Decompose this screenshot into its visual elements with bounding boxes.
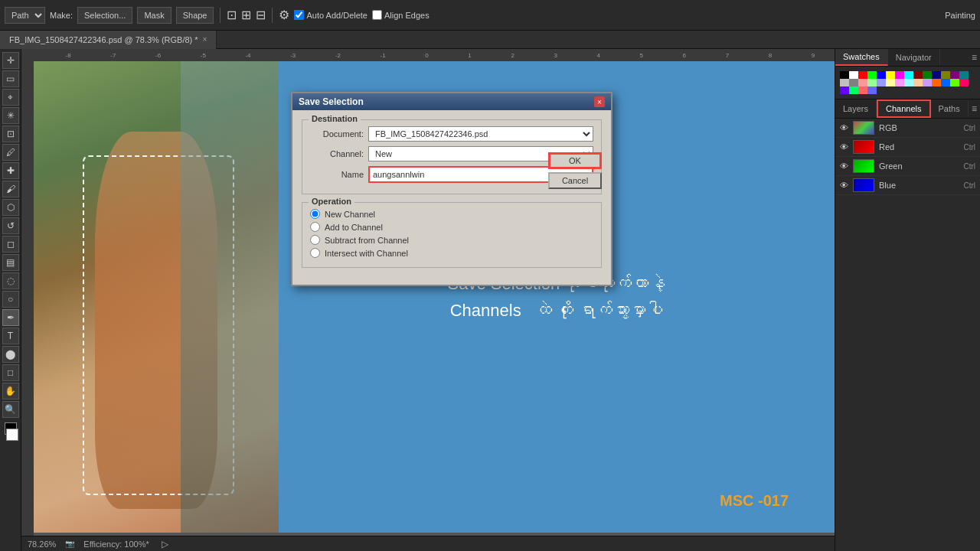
swatch-color[interactable] [840,86,849,94]
zoom-tool[interactable]: 🔍 [2,401,19,418]
dodge-tool[interactable]: ○ [2,291,19,308]
channel-row[interactable]: 👁 Blue Ctrl [835,176,980,195]
heal-tool[interactable]: ✚ [2,162,19,179]
auto-add-input[interactable] [294,10,304,20]
align-icon[interactable]: ⊞ [241,8,251,22]
auto-add-label: Auto Add/Delete [306,11,368,20]
settings-icon[interactable]: ⚙ [279,8,289,22]
swatch-color[interactable] [959,71,969,79]
lasso-tool[interactable]: ⌖ [2,89,19,106]
swatch-color[interactable] [867,71,877,79]
tab-close-btn[interactable]: × [203,35,207,44]
swatch-color[interactable] [840,71,849,79]
selection-button[interactable]: Selection... [77,7,132,24]
channel-row[interactable]: 👁 Red Ctrl [835,138,980,157]
swatch-color[interactable] [923,79,932,86]
swatch-color[interactable] [904,79,913,86]
crop-tool[interactable]: ⊡ [2,126,19,142]
brush-tool[interactable]: 🖌 [2,181,19,197]
swatch-color[interactable] [877,71,886,79]
layers-tab[interactable]: Layers [835,101,877,116]
paths-tab[interactable]: Paths [931,101,969,116]
swatch-color[interactable] [849,71,858,79]
swatch-color[interactable] [959,79,969,86]
swatch-color[interactable] [858,86,867,94]
cancel-button[interactable]: Cancel [548,172,602,189]
select-tool[interactable]: ▭ [2,70,19,87]
swatch-color[interactable] [867,79,877,86]
background-color[interactable] [6,429,18,441]
shape-button[interactable]: Shape [176,7,214,24]
magic-wand-tool[interactable]: ✳ [2,107,19,124]
move-tool[interactable]: ✛ [2,52,19,69]
swatch-color[interactable] [849,86,858,94]
ok-button[interactable]: OK [548,152,602,169]
swatch-color[interactable] [886,79,895,86]
swatch-color[interactable] [941,71,950,79]
eraser-tool[interactable]: ◻ [2,236,19,253]
swatch-color[interactable] [895,79,904,86]
swatches-tab[interactable]: Swatches [835,49,888,66]
channel-row[interactable]: 👁 RGB Ctrl [835,119,980,138]
path-select[interactable]: Path [5,7,45,24]
history-tool[interactable]: ↺ [2,217,19,234]
dialog-close-btn[interactable]: × [594,96,605,107]
swatch-color[interactable] [913,71,923,79]
channels-options-btn[interactable]: ≡ [969,102,980,116]
align-edges-input[interactable] [372,10,382,20]
text-tool[interactable]: T [2,328,19,344]
dialog-body: Destination Document: FB_IMG_15084274223… [292,110,611,285]
path-selector: Path [5,7,45,24]
left-tools-panel: ✛ ▭ ⌖ ✳ ⊡ 🖊 ✚ 🖌 ⬡ ↺ ◻ ▤ ◌ ○ ✒ T ⬤ □ ✋ 🔍 [0,49,21,551]
pen-tool[interactable]: ✒ [2,309,19,326]
transform-icon[interactable]: ⊡ [227,8,237,22]
path-select-tool[interactable]: ⬤ [2,346,19,363]
channel-thumbnail [853,159,874,173]
subtract-channel-radio[interactable] [310,235,320,245]
swatch-color[interactable] [895,71,904,79]
swatch-color[interactable] [840,79,849,86]
hand-tool[interactable]: ✋ [2,383,19,399]
swatch-color[interactable] [877,79,886,86]
swatch-color[interactable] [950,71,959,79]
channel-visibility-icon[interactable]: 👁 [840,181,848,190]
swatch-color[interactable] [950,79,959,86]
swatch-color[interactable] [923,71,932,79]
swatch-color[interactable] [932,79,941,86]
swatches-area [835,67,980,99]
swatch-color[interactable] [904,71,913,79]
channel-name: Red [879,142,959,152]
swatch-color[interactable] [932,71,941,79]
swatch-color[interactable] [849,79,858,86]
channel-row[interactable]: 👁 Green Ctrl [835,157,980,176]
swatch-color[interactable] [858,71,867,79]
channels-tab[interactable]: Channels [877,99,930,118]
swatch-color[interactable] [886,71,895,79]
channel-thumbnail [853,140,874,154]
distribute-icon[interactable]: ⊟ [256,8,266,22]
add-channel-radio[interactable] [310,222,320,232]
document-select[interactable]: FB_IMG_1508427422346.psd [368,126,593,142]
swatch-color[interactable] [913,79,923,86]
navigator-tab[interactable]: Navigator [888,50,940,65]
file-tab[interactable]: FB_IMG_1508427422346.psd @ 78.3% (RGB/8)… [0,31,217,49]
swatch-color[interactable] [867,86,877,94]
swatch-color[interactable] [858,79,867,86]
eyedropper-tool[interactable]: 🖊 [2,144,19,161]
info-label: MSC -017 [720,492,789,510]
arrow-icon: ▷ [162,539,168,549]
swatch-color[interactable] [941,79,950,86]
mask-button[interactable]: Mask [137,7,171,24]
channel-visibility-icon[interactable]: 👁 [840,123,848,132]
top-panel-tabs: Swatches Navigator ≡ [835,49,980,67]
stamp-tool[interactable]: ⬡ [2,199,19,216]
intersect-channel-radio[interactable] [310,248,320,258]
blur-tool[interactable]: ◌ [2,272,19,289]
channel-panel-tabs: Layers Channels Paths ≡ [835,99,980,119]
channel-visibility-icon[interactable]: 👁 [840,142,848,152]
shape-tool[interactable]: □ [2,364,19,381]
channel-visibility-icon[interactable]: 👁 [840,161,848,171]
gradient-tool[interactable]: ▤ [2,254,19,271]
new-channel-radio[interactable] [310,209,320,219]
panel-options-btn[interactable]: ≡ [969,51,980,64]
